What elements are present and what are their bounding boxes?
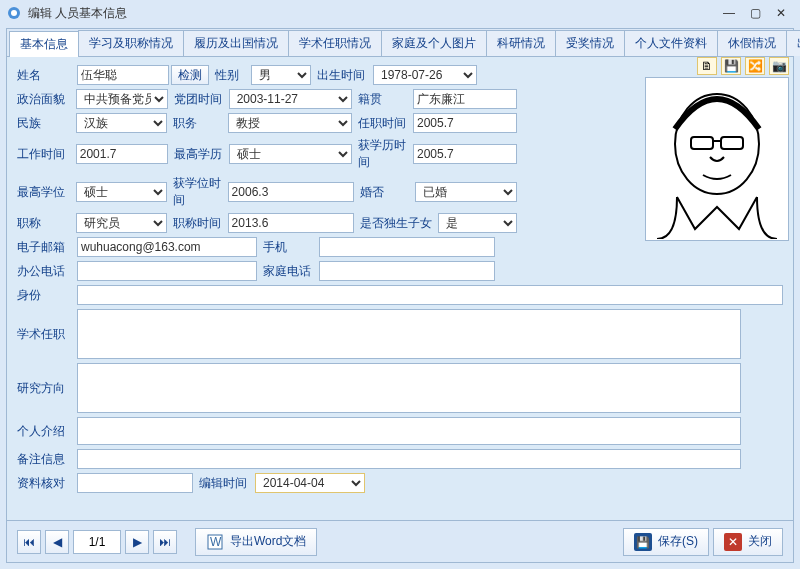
close-icon: ✕ xyxy=(724,533,742,551)
title-bar: 编辑 人员基本信息 ― ▢ ✕ xyxy=(0,0,800,26)
ethnic-select[interactable]: 汉族 xyxy=(76,113,167,133)
duty-select[interactable]: 教授 xyxy=(228,113,352,133)
nav-first-button[interactable]: ⏮ xyxy=(17,530,41,554)
save-label: 保存(S) xyxy=(658,533,698,550)
next-icon: ▶ xyxy=(133,535,142,549)
label-party-time: 党团时间 xyxy=(174,91,229,108)
camera-icon: 📷 xyxy=(772,59,787,73)
birth-date-select[interactable]: 1978-07-26 xyxy=(373,65,477,85)
svg-text:W: W xyxy=(210,535,222,549)
label-work-time: 工作时间 xyxy=(17,146,76,163)
identity-input[interactable] xyxy=(77,285,783,305)
label-intro: 个人介绍 xyxy=(17,423,77,440)
check-button[interactable]: 检测 xyxy=(171,65,209,85)
label-degree-time: 获学位时间 xyxy=(173,175,228,209)
tab-research[interactable]: 科研情况 xyxy=(486,30,556,56)
edu-time-input[interactable] xyxy=(413,144,517,164)
office-phone-input[interactable] xyxy=(77,261,257,281)
close-window-button[interactable]: ✕ xyxy=(768,6,794,20)
remark-input[interactable] xyxy=(77,449,741,469)
prev-icon: ◀ xyxy=(53,535,62,549)
label-duty-time: 任职时间 xyxy=(358,115,413,132)
name-input[interactable] xyxy=(77,65,169,85)
nav-next-button[interactable]: ▶ xyxy=(125,530,149,554)
research-textarea[interactable] xyxy=(77,363,741,413)
intro-textarea[interactable] xyxy=(77,417,741,445)
title-time-input[interactable] xyxy=(228,213,354,233)
photo-swap-button[interactable]: 🔀 xyxy=(745,57,765,75)
photo-camera-button[interactable]: 📷 xyxy=(769,57,789,75)
tab-business-trip[interactable]: 出差情况 xyxy=(786,30,800,56)
label-verify: 资料核对 xyxy=(17,475,77,492)
save-icon: 💾 xyxy=(634,533,652,551)
nav-last-button[interactable]: ⏭ xyxy=(153,530,177,554)
photo-panel xyxy=(645,77,789,241)
nav-prev-button[interactable]: ◀ xyxy=(45,530,69,554)
label-ethnic: 民族 xyxy=(17,115,76,132)
acad-post-textarea[interactable] xyxy=(77,309,741,359)
label-remark: 备注信息 xyxy=(17,451,77,468)
tab-personal-files[interactable]: 个人文件资料 xyxy=(624,30,718,56)
label-marriage: 婚否 xyxy=(360,184,415,201)
swap-icon: 🔀 xyxy=(748,59,763,73)
tab-study-title[interactable]: 学习及职称情况 xyxy=(78,30,184,56)
label-degree: 最高学位 xyxy=(17,184,76,201)
label-mobile: 手机 xyxy=(263,239,319,256)
maximize-button[interactable]: ▢ xyxy=(742,6,768,20)
party-time-select[interactable]: 2003-11-27 xyxy=(229,89,353,109)
label-edit-time: 编辑时间 xyxy=(199,475,255,492)
native-input[interactable] xyxy=(413,89,517,109)
footer-bar: ⏮ ◀ 1/1 ▶ ⏭ W 导出Word文档 💾 保存(S) ✕ 关闭 xyxy=(7,520,793,562)
label-only-child: 是否独生子女 xyxy=(360,215,439,232)
close-label: 关闭 xyxy=(748,533,772,550)
label-birth: 出生时间 xyxy=(317,67,373,84)
home-phone-input[interactable] xyxy=(319,261,495,281)
window-title: 编辑 人员基本信息 xyxy=(28,5,716,22)
save-button[interactable]: 💾 保存(S) xyxy=(623,528,709,556)
email-input[interactable] xyxy=(77,237,257,257)
tab-bar: 基本信息 学习及职称情况 履历及出国情况 学术任职情况 家庭及个人图片 科研情况… xyxy=(7,29,793,57)
label-office-phone: 办公电话 xyxy=(17,263,77,280)
tab-academic-post[interactable]: 学术任职情况 xyxy=(288,30,382,56)
page-display: 1/1 xyxy=(73,530,121,554)
person-sketch xyxy=(647,79,787,239)
svg-rect-2 xyxy=(647,79,787,239)
label-home-phone: 家庭电话 xyxy=(263,263,319,280)
mobile-input[interactable] xyxy=(319,237,495,257)
photo-save-button[interactable]: 💾 xyxy=(721,57,741,75)
tab-awards[interactable]: 受奖情况 xyxy=(555,30,625,56)
only-child-select[interactable]: 是 xyxy=(438,213,517,233)
label-native: 籍贯 xyxy=(358,91,413,108)
duty-time-input[interactable] xyxy=(413,113,517,133)
work-time-input[interactable] xyxy=(76,144,168,164)
label-gender: 性别 xyxy=(215,67,251,84)
marriage-select[interactable]: 已婚 xyxy=(415,182,517,202)
last-icon: ⏭ xyxy=(159,535,171,549)
export-word-button[interactable]: W 导出Word文档 xyxy=(195,528,317,556)
gender-select[interactable]: 男 xyxy=(251,65,311,85)
degree-time-input[interactable] xyxy=(228,182,354,202)
label-title-time: 职称时间 xyxy=(173,215,228,232)
word-doc-icon: W xyxy=(206,533,224,551)
close-button[interactable]: ✕ 关闭 xyxy=(713,528,783,556)
label-duty: 职务 xyxy=(173,115,228,132)
degree-select[interactable]: 硕士 xyxy=(76,182,167,202)
tab-vacation[interactable]: 休假情况 xyxy=(717,30,787,56)
label-name: 姓名 xyxy=(17,67,77,84)
edu-select[interactable]: 硕士 xyxy=(229,144,353,164)
svg-point-1 xyxy=(11,10,17,16)
photo-new-button[interactable]: 🗎 xyxy=(697,57,717,75)
minimize-button[interactable]: ― xyxy=(716,6,742,20)
title-select[interactable]: 研究员 xyxy=(76,213,167,233)
verify-input[interactable] xyxy=(77,473,193,493)
tab-resume-abroad[interactable]: 履历及出国情况 xyxy=(183,30,289,56)
label-polit: 政治面貌 xyxy=(17,91,76,108)
app-icon xyxy=(6,5,22,21)
polit-select[interactable]: 中共预备党员 xyxy=(76,89,168,109)
edit-time-select[interactable]: 2014-04-04 xyxy=(255,473,365,493)
export-word-label: 导出Word文档 xyxy=(230,533,306,550)
note-icon: 🗎 xyxy=(701,59,713,73)
save-icon: 💾 xyxy=(724,59,739,73)
tab-basic-info[interactable]: 基本信息 xyxy=(9,31,79,57)
tab-family-photos[interactable]: 家庭及个人图片 xyxy=(381,30,487,56)
